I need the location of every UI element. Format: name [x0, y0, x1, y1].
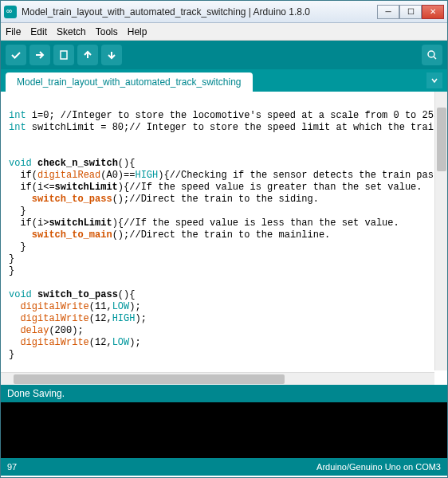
chevron-down-icon	[430, 76, 438, 84]
code-keyword: void	[9, 289, 32, 300]
code-keyword: int	[9, 110, 26, 121]
serial-monitor-icon	[426, 49, 438, 61]
check-icon	[10, 49, 22, 61]
sketch-tab[interactable]: Model_train_layout_with_automated_track_…	[6, 72, 253, 92]
close-button[interactable]: ✕	[422, 5, 444, 19]
save-button[interactable]	[101, 45, 122, 65]
upload-button[interactable]	[29, 45, 50, 65]
menu-help[interactable]: Help	[128, 26, 147, 37]
code-keyword: void	[9, 158, 32, 169]
tab-bar: Model_train_layout_with_automated_track_…	[1, 69, 447, 92]
line-number: 97	[7, 462, 17, 472]
menu-bar: File Edit Sketch Tools Help	[1, 23, 447, 41]
open-button[interactable]	[77, 45, 98, 65]
toolbar	[1, 41, 447, 69]
code-keyword: int	[9, 122, 26, 133]
maximize-button[interactable]: ☐	[399, 5, 422, 19]
arrow-up-icon	[82, 49, 93, 61]
status-message: Done Saving.	[7, 388, 65, 399]
horizontal-scrollbar-thumb[interactable]	[14, 374, 285, 384]
vertical-scrollbar-thumb[interactable]	[437, 108, 446, 171]
window-controls: ─ ☐ ✕	[377, 5, 444, 19]
code-editor[interactable]: int i=0; //Integer to store the locomoti…	[1, 92, 447, 370]
minimize-button[interactable]: ─	[377, 5, 399, 19]
menu-file[interactable]: File	[6, 26, 21, 37]
serial-monitor-button[interactable]	[422, 45, 442, 65]
svg-point-1	[428, 51, 434, 57]
menu-tools[interactable]: Tools	[96, 26, 118, 37]
board-port-info: Arduino/Genuino Uno on COM3	[316, 462, 441, 472]
editor-area: int i=0; //Integer to store the locomoti…	[1, 92, 447, 385]
verify-button[interactable]	[6, 45, 26, 65]
arduino-app-icon	[4, 6, 17, 18]
console-output[interactable]	[1, 402, 447, 458]
window-titlebar: Model_train_layout_with_automated_track_…	[1, 1, 447, 23]
menu-sketch[interactable]: Sketch	[57, 26, 86, 37]
window-title: Model_train_layout_with_automated_track_…	[22, 6, 377, 18]
horizontal-scrollbar[interactable]	[1, 372, 434, 385]
menu-edit[interactable]: Edit	[30, 26, 47, 37]
status-bar: Done Saving.	[1, 385, 447, 402]
arrow-down-icon	[106, 49, 117, 61]
tab-menu-button[interactable]	[426, 72, 442, 88]
vertical-scrollbar[interactable]	[434, 92, 447, 370]
new-button[interactable]	[53, 45, 74, 65]
arrow-right-icon	[34, 49, 45, 61]
footer-bar: 97 Arduino/Genuino Uno on COM3	[1, 458, 447, 476]
file-icon	[58, 49, 69, 61]
svg-rect-0	[61, 51, 67, 59]
